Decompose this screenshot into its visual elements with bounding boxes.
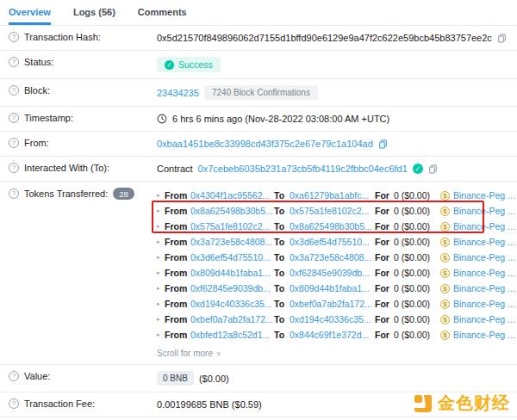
transfer-from-address[interactable]: 0x3d6ef54d75510... [190,252,274,262]
transfer-to-address[interactable]: 0xd194c40336c35... [290,314,375,324]
transfer-token-link[interactable]: Binance-Peg ... (BSC-U... [453,252,517,262]
help-icon[interactable]: ? [9,188,19,199]
transfer-to-word: To [274,237,290,247]
row-label: ? Transaction Fee: [9,398,157,409]
transfer-to-address[interactable]: 0x809d44b1faba1... [290,283,375,293]
row-label: ? From: [9,138,157,148]
triangle-icon[interactable]: ▸ [157,269,165,276]
help-icon[interactable]: ? [9,138,19,148]
transfer-token-link[interactable]: Binance-Peg ... (BSC-U... [453,283,517,293]
copy-icon[interactable] [497,34,507,43]
transfer-row: ▸ From 0x575a1fe8102c2... To 0x8a625498b… [157,219,517,234]
transfer-token-link[interactable]: Binance-Peg ... (BSC-U... [453,221,517,232]
triangle-icon[interactable]: ▸ [157,207,165,214]
triangle-icon[interactable]: ▸ [157,254,165,261]
transfer-to-word: To [274,252,290,262]
transfer-from-address[interactable]: 0x3a723e58c4808... [190,237,274,247]
row-block: ? Block: 23434235 7240 Block Confirmatio… [0,79,517,107]
clock-icon [157,114,167,124]
transfer-to-address[interactable]: 0x575a1fe8102c2... [290,206,375,216]
transfer-token-link[interactable]: Binance-Peg ... (BSC-U... [453,299,517,309]
transfer-for-word: For [375,252,394,262]
tab-logs[interactable]: Logs (56) [73,0,115,25]
status-text: Success [178,59,213,70]
transfer-from-address[interactable]: 0xd194c40336c35... [190,299,274,309]
row-transaction-hash: ? Transaction Hash: 0x5d21570f849896062d… [0,26,517,51]
token-dollar-icon: $ [440,222,450,232]
transfer-for-word: For [375,299,394,309]
transfer-from-address[interactable]: 0xbfed12a8c52d1... [190,330,274,340]
transfers-list[interactable]: ▸ From 0x4304f1ac95562... To 0xa61279ba1… [157,188,517,343]
help-icon[interactable]: ? [9,398,19,409]
help-icon[interactable]: ? [9,371,19,381]
value-label: Value: [24,371,50,381]
transfer-to-address[interactable]: 0x8a625498b30b5... [290,221,375,232]
transfer-from-address[interactable]: 0x809d44b1faba1... [190,268,274,278]
transfer-from-address[interactable]: 0xf62845e9039db... [190,283,274,293]
token-dollar-icon: $ [440,284,450,293]
help-icon[interactable]: ? [9,32,19,42]
transfer-amount: 0 ($0.00) [394,252,440,262]
transfer-to-word: To [274,314,290,324]
transfer-for-word: For [375,283,394,293]
transfer-token-link[interactable]: Binance-Peg ... (BSC-U... [453,314,517,324]
transfer-to-address[interactable]: 0x3a723e58c4808... [290,252,375,262]
triangle-icon[interactable]: ▸ [157,331,165,338]
transfer-token-link[interactable]: Binance-Peg ... (BSC-U... [453,206,517,216]
triangle-icon[interactable]: ▸ [157,300,165,307]
transfer-token-link[interactable]: Binance-Peg ... (BSC-U... [453,237,517,247]
status-badge: ✓ Success [157,57,221,72]
tab-overview-label: Overview [9,7,51,17]
from-label: From: [24,138,49,148]
transfer-amount: 0 ($0.00) [394,283,440,293]
transfer-for-word: For [375,237,394,247]
transfer-to-address[interactable]: 0xa61279ba1abfc... [290,190,375,201]
triangle-icon[interactable]: ▸ [157,316,165,323]
token-dollar-icon: $ [440,330,450,340]
block-number-link[interactable]: 23434235 [157,88,199,98]
transfer-to-word: To [274,330,290,340]
token-dollar-icon: $ [440,191,450,201]
copy-icon[interactable] [428,164,438,174]
transfer-row: ▸ From 0x3d6ef54d75510... To 0x3a723e58c… [157,250,517,265]
transfer-from-address[interactable]: 0x8a625498b30b5... [190,206,274,216]
transfer-to-word: To [274,190,290,201]
transfer-from-word: From [165,268,190,278]
triangle-icon[interactable]: ▸ [157,192,165,199]
verified-check-icon: ✓ [413,164,423,174]
transfer-token-link[interactable]: Binance-Peg ... (BSC-U... [453,190,517,201]
transfer-from-address[interactable]: 0x575a1fe8102c2... [190,221,274,232]
help-icon[interactable]: ? [9,57,19,67]
jinse-logo-icon [413,393,433,414]
transfer-to-address[interactable]: 0x3d6ef54d75510... [290,237,375,247]
tab-overview[interactable]: Overview [9,0,51,25]
help-icon[interactable]: ? [9,163,19,173]
contract-prefix: Contract [157,164,193,174]
help-icon[interactable]: ? [9,85,19,96]
triangle-icon[interactable]: ▸ [157,238,165,245]
block-label: Block: [24,85,50,96]
copy-icon[interactable] [378,139,388,149]
transfer-to-address[interactable]: 0x844c69f1e372d... [290,330,375,340]
transfer-token-link[interactable]: Binance-Peg ... (BSC-U... [453,330,517,340]
row-label: ? Timestamp: [9,113,157,123]
transfer-row: ▸ From 0xbef0a7ab2fa172... To 0xd194c403… [157,312,517,327]
transfer-to-address[interactable]: 0xf62845e9039db... [290,268,375,278]
triangle-icon[interactable]: ▸ [157,223,165,230]
help-icon[interactable]: ? [9,113,19,123]
from-address-link[interactable]: 0xbaa1451be8c33998cd43f375c2e67e79c1a104… [157,139,373,149]
scroll-for-more[interactable]: Scroll for more » [157,349,517,358]
transfer-from-address[interactable]: 0xbef0a7ab2fa172... [190,314,274,324]
triangle-icon[interactable]: ▸ [157,285,165,292]
tab-comments[interactable]: Comments [138,0,187,25]
value-usd: ($0.00) [199,374,229,384]
transfer-to-word: To [274,221,290,232]
transfer-row: ▸ From 0x8a625498b30b5... To 0x575a1fe81… [157,203,517,219]
transfer-token-link[interactable]: Binance-Peg ... (BSC-U... [453,268,517,278]
transfer-from-address[interactable]: 0x4304f1ac95562... [190,190,274,201]
transfer-amount: 0 ($0.00) [394,330,440,340]
transfer-to-address[interactable]: 0xbef0a7ab2fa172... [290,299,375,309]
transaction-hash-label: Transaction Hash: [24,32,101,42]
transfer-for-word: For [375,314,394,324]
contract-address-link[interactable]: 0x7cebeb6035b231a73cb5fb4119c2fbbc04ec6f… [198,164,408,174]
